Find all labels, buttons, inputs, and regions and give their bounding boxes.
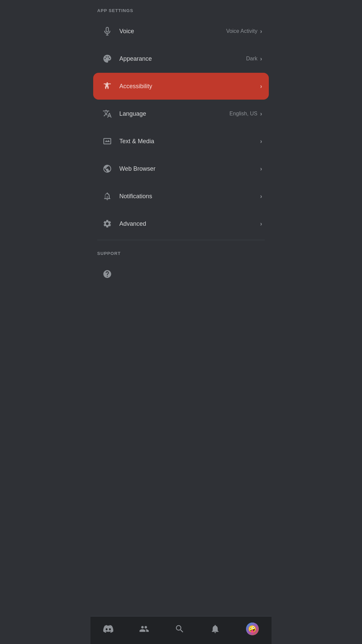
settings-item-web-browser[interactable]: Web Browser ›	[93, 155, 269, 182]
web-browser-chevron: ›	[260, 165, 262, 172]
palette-icon	[100, 51, 115, 66]
settings-page: APP SETTINGS Voice Voice Activity › Appe…	[90, 0, 272, 322]
settings-list: Voice Voice Activity › Appearance Dark ›…	[90, 18, 272, 237]
settings-item-voice[interactable]: Voice Voice Activity ›	[93, 18, 269, 45]
settings-item-text-media[interactable]: Text & Media ›	[93, 128, 269, 155]
settings-item-advanced[interactable]: Advanced ›	[93, 210, 269, 237]
voice-value: Voice Activity	[226, 28, 257, 34]
settings-item-notifications[interactable]: Notifications ›	[93, 183, 269, 210]
microphone-icon	[100, 24, 115, 39]
bell-icon	[100, 189, 115, 204]
accessibility-chevron: ›	[260, 83, 262, 90]
support-item-partial	[93, 261, 269, 287]
text-media-chevron: ›	[260, 138, 262, 145]
appearance-value: Dark	[246, 56, 257, 62]
settings-item-accessibility[interactable]: Accessibility ›	[93, 73, 269, 100]
gear-icon	[100, 216, 115, 231]
accessibility-label: Accessibility	[119, 83, 257, 90]
text-media-label: Text & Media	[119, 138, 257, 145]
language-value: English, US	[229, 111, 257, 117]
language-icon	[100, 106, 115, 121]
notifications-chevron: ›	[260, 193, 262, 200]
image-icon	[100, 134, 115, 149]
settings-item-appearance[interactable]: Appearance Dark ›	[93, 45, 269, 72]
support-icon	[100, 267, 115, 281]
notifications-label: Notifications	[119, 193, 257, 200]
appearance-label: Appearance	[119, 55, 246, 62]
voice-chevron: ›	[260, 28, 262, 35]
language-chevron: ›	[260, 110, 262, 117]
settings-item-language[interactable]: Language English, US ›	[93, 100, 269, 127]
section-divider	[97, 240, 265, 240]
language-label: Language	[119, 110, 229, 117]
globe-icon	[100, 161, 115, 176]
web-browser-label: Web Browser	[119, 165, 257, 172]
advanced-chevron: ›	[260, 220, 262, 227]
support-header: SUPPORT	[90, 243, 272, 260]
advanced-label: Advanced	[119, 220, 257, 227]
app-settings-header: APP SETTINGS	[90, 0, 272, 17]
appearance-chevron: ›	[260, 55, 262, 62]
accessibility-icon	[100, 79, 115, 94]
voice-label: Voice	[119, 28, 226, 35]
